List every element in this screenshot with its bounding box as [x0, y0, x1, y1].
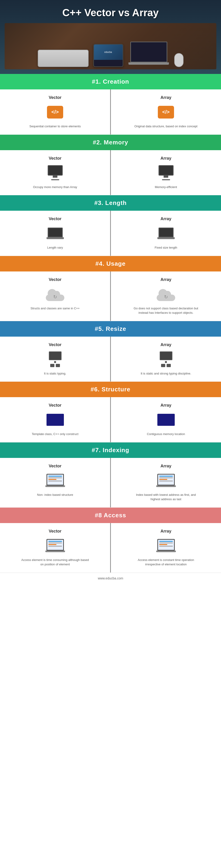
refresh-icon: ↻ [53, 294, 57, 300]
array-usage-text: Go does not support class based declarat… [131, 306, 201, 315]
array-usage-icon: ↻ [157, 285, 175, 303]
vector-access-cell: Vector Access element is time consuming … [0, 523, 111, 572]
vector-access-text: Access element is time consuming althoug… [20, 558, 90, 567]
laptop-body-icon [47, 237, 64, 239]
vector-indexing-text: Non- index based structure [37, 493, 73, 497]
array-resize-cell: Array It is static and strong typing dis… [111, 337, 221, 382]
vector-indexing-icon [46, 471, 64, 490]
comparison-row-usage: Vector ↻ Structs and classes are same in… [0, 272, 221, 321]
comparison-row-structure: Vector Template class, C++ only construc… [0, 397, 221, 442]
lc-line-3d [159, 544, 167, 545]
laptop-content-icon-4 [156, 539, 176, 552]
vector-length-cell: Vector Length vary [0, 211, 111, 256]
net-node-left [50, 364, 54, 367]
laptop-body-icon-2 [157, 237, 175, 239]
tablet-decoration: educba [93, 44, 123, 67]
section-length-header: #3. Length [0, 195, 221, 211]
lc-screen-4 [157, 539, 175, 551]
array-indexing-icon [157, 471, 175, 490]
lc-line-3 [48, 479, 56, 480]
section-structure: #6. Structure Vector Template class, C++… [0, 382, 221, 442]
template-icon-2 [157, 414, 175, 426]
network-icon-2 [160, 351, 172, 367]
monitor-base-2 [162, 179, 170, 180]
array-structure-cell: Array Contiguous memory location [111, 397, 221, 442]
array-creation-icon: </> [157, 103, 175, 121]
array-creation-cell: Array </> Original data structure, based… [111, 89, 221, 134]
vector-creation-cell: Vector </> Sequential container to store… [0, 89, 111, 134]
lc-line-2c [48, 542, 62, 544]
lc-body-2 [156, 486, 176, 487]
section-indexing-header: #7. Indexing [0, 442, 221, 458]
vector-resize-label: Vector [49, 342, 61, 347]
keyboard-decoration [38, 50, 89, 67]
laptop-screen-icon [48, 227, 63, 237]
net-nodes [50, 364, 60, 367]
array-length-cell: Array Fixed size length [111, 211, 221, 256]
lc-line-4c [48, 546, 62, 547]
vector-indexing-cell: Vector Non- index based structure [0, 458, 111, 507]
vector-indexing-label: Vector [49, 464, 61, 469]
lc-line-1d [159, 541, 173, 542]
cloud-icon: ↻ [46, 287, 64, 301]
array-indexing-label: Array [160, 464, 171, 469]
lc-line-2 [48, 477, 62, 478]
array-access-label: Array [160, 529, 171, 534]
vector-usage-label: Vector [49, 277, 61, 282]
vector-resize-text: It is static typing. [44, 371, 66, 376]
laptop-screen [130, 41, 167, 62]
lc-line-3b [159, 479, 167, 480]
vector-length-icon [46, 224, 64, 243]
lc-screen-3 [47, 539, 64, 551]
array-structure-label: Array [160, 403, 171, 408]
lc-screen [47, 474, 64, 486]
comparison-row-indexing: Vector Non- index based structure Array [0, 458, 221, 507]
array-memory-label: Array [160, 156, 171, 161]
website-url: www.educba.com [98, 577, 123, 580]
section-memory-header: #2. Memory [0, 135, 221, 150]
section-resize-header: #5. Resize [0, 321, 221, 337]
lc-line-1c [48, 541, 62, 542]
section-indexing: #7. Indexing Vector Non- index based str… [0, 442, 221, 507]
laptop-content-icon-3 [45, 539, 65, 552]
array-length-label: Array [160, 216, 171, 221]
vector-structure-icon [46, 410, 64, 429]
net-monitor [49, 351, 61, 360]
lc-line-2b [159, 477, 173, 478]
footer: www.educba.com [0, 573, 221, 584]
array-resize-label: Array [160, 342, 171, 347]
vector-memory-cell: Vector Occupy more memory than Array [0, 150, 111, 195]
monitor-icon-2 [159, 165, 173, 180]
section-creation: #1. Creation Vector </> Sequential conta… [0, 74, 221, 135]
vector-usage-text: Structs and classes are same in C++ [31, 306, 80, 311]
array-usage-label: Array [160, 277, 171, 282]
array-indexing-cell: Array Index based with lowest address as… [111, 458, 221, 507]
laptop-base [129, 62, 169, 65]
vector-resize-cell: Vector It is static typing. [0, 337, 111, 382]
vector-usage-cell: Vector ↻ Structs and classes are same in… [0, 272, 111, 321]
code-bracket-icon: </> [47, 106, 63, 119]
lc-line-4d [159, 546, 173, 547]
laptop-icon-2 [157, 227, 175, 239]
net-node-right [56, 364, 60, 367]
refresh-icon-2: ↻ [164, 294, 168, 300]
lc-line-4b [159, 480, 173, 482]
net-node-left-2 [161, 364, 165, 367]
section-usage: #4. Usage Vector ↻ Structs and classes a… [0, 256, 221, 321]
net-stem-2 [165, 361, 167, 363]
vector-usage-icon: ↻ [46, 285, 64, 303]
cloud-icon-2: ↻ [157, 287, 175, 301]
vector-length-label: Vector [49, 216, 61, 221]
array-resize-text: It is static and strong typing disciplin… [141, 371, 191, 376]
section-length: #3. Length Vector Length vary Array Fixe… [0, 195, 221, 256]
desk-photo: educba [5, 23, 216, 69]
array-access-cell: Array Access element is constant time op… [111, 523, 221, 572]
vector-memory-icon [46, 163, 64, 182]
net-monitor-2 [160, 351, 172, 360]
monitor-screen-2 [159, 165, 173, 176]
monitor-base [51, 179, 59, 180]
laptop-content-icon-2 [156, 474, 176, 487]
comparison-row-length: Vector Length vary Array Fixed size leng… [0, 211, 221, 256]
vector-access-label: Vector [49, 529, 61, 534]
array-length-text: Fixed size length [155, 245, 177, 250]
